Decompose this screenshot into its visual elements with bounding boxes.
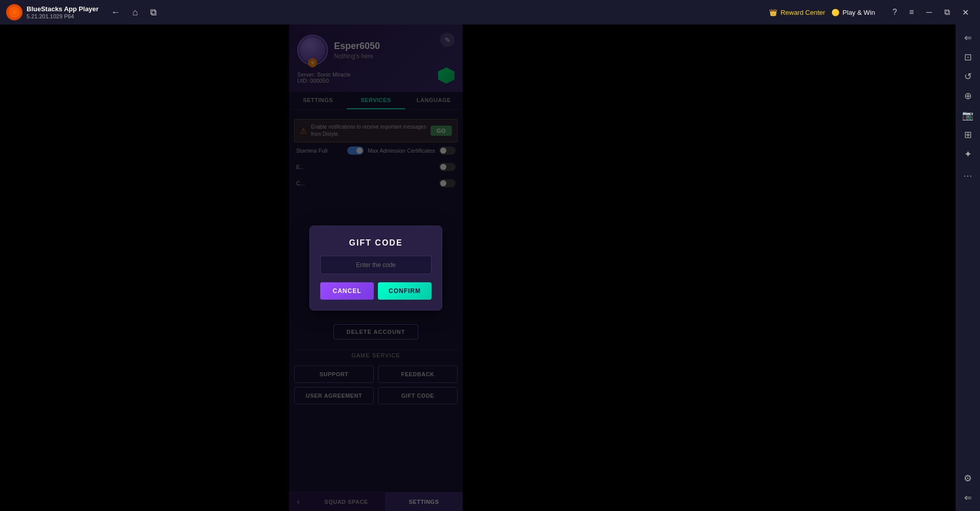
settings-content: ⚠ Enable notifications to receive import…	[289, 110, 463, 492]
sidebar-apk-icon[interactable]: ⊞	[959, 126, 977, 144]
back-button[interactable]: ←	[107, 5, 124, 20]
sidebar-collapse-icon[interactable]: ⇐	[959, 489, 977, 507]
sidebar-display-icon[interactable]: ⊡	[959, 48, 977, 66]
home-button[interactable]: ⌂	[128, 5, 142, 20]
multi-window-button[interactable]: ⧉	[146, 5, 161, 20]
game-panel: 9 Esper6050 Nothing's here ✎ Server: Son…	[289, 25, 463, 511]
app-logo	[6, 4, 22, 20]
sidebar-back-icon[interactable]: ⇐	[959, 29, 977, 47]
cancel-button[interactable]: CANCEL	[320, 282, 374, 300]
modal-buttons: CANCEL CONFIRM	[320, 282, 432, 300]
title-bar: BlueStacks App Player 5.21.201.1029 P64 …	[0, 0, 980, 25]
gift-code-modal: GIFT CODE CANCEL CONFIRM	[309, 226, 442, 310]
gift-code-modal-overlay: GIFT CODE CANCEL CONFIRM	[289, 110, 463, 492]
crown-icon: 👑	[769, 9, 777, 16]
window-controls: ? ≡ ─ ⧉ ✕	[887, 6, 974, 19]
play-win-label: Play & Win	[843, 9, 875, 16]
sidebar-camera-icon[interactable]: 📷	[959, 106, 977, 125]
sidebar-more-icon[interactable]: …	[959, 164, 977, 183]
title-bar-right: 👑 Reward Center 🟡 Play & Win ? ≡ ─ ⧉ ✕	[769, 6, 974, 19]
restore-button[interactable]: ⧉	[939, 6, 955, 19]
play-win-button[interactable]: 🟡 Play & Win	[831, 9, 875, 16]
app-version: 5.21.201.1029 P64	[27, 13, 99, 19]
app-name: BlueStacks App Player	[27, 5, 99, 13]
nav-controls: ← ⌂ ⧉	[107, 5, 161, 20]
modal-title: GIFT CODE	[320, 238, 432, 248]
help-button[interactable]: ?	[887, 6, 902, 19]
confirm-button[interactable]: CONFIRM	[378, 282, 432, 300]
sidebar-rotate-icon[interactable]: ↺	[959, 67, 977, 86]
reward-center-button[interactable]: 👑 Reward Center	[769, 9, 825, 16]
coin-icon: 🟡	[831, 9, 840, 16]
sidebar-star-icon[interactable]: ✦	[959, 145, 977, 163]
main-content: 9 Esper6050 Nothing's here ✎ Server: Son…	[0, 25, 955, 511]
sidebar-plus-icon[interactable]: ⊕	[959, 87, 977, 105]
sidebar-settings-icon[interactable]: ⚙	[959, 469, 977, 488]
reward-center-label: Reward Center	[780, 9, 825, 16]
close-button[interactable]: ✕	[957, 6, 974, 19]
right-sidebar: ⇐ ⊡ ↺ ⊕ 📷 ⊞ ✦ … ⚙ ⇐	[955, 25, 980, 511]
menu-button[interactable]: ≡	[904, 6, 919, 19]
minimize-button[interactable]: ─	[921, 6, 937, 19]
gift-code-input[interactable]	[320, 256, 432, 274]
